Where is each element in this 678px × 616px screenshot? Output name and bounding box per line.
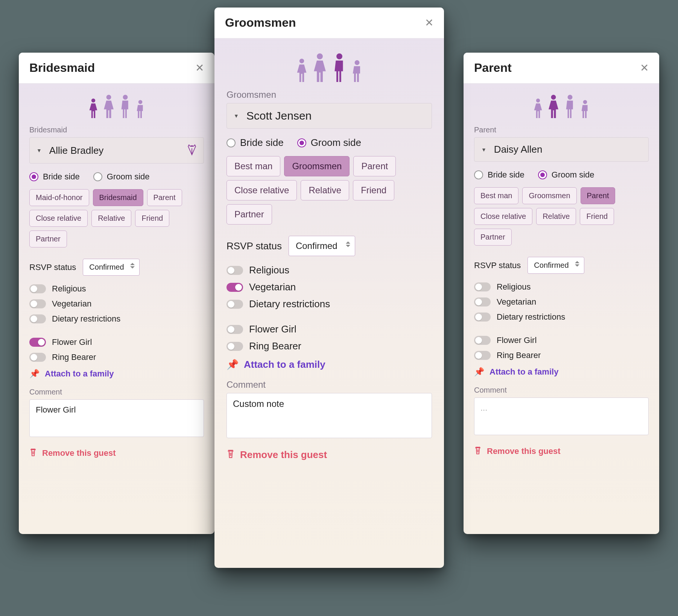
role-chip[interactable]: Close relative xyxy=(474,208,532,225)
rsvp-row: RSVP status Confirmed xyxy=(227,236,432,256)
dietary-toggle-row: Dietary restrictions xyxy=(29,314,204,324)
role-chip[interactable]: Best man xyxy=(227,156,280,176)
role-chip[interactable]: Partner xyxy=(227,204,272,225)
flower-girl-toggle[interactable] xyxy=(474,336,491,345)
boy-icon[interactable] xyxy=(135,100,145,118)
boy-icon[interactable] xyxy=(351,60,363,82)
comment-input[interactable]: Flower Girl xyxy=(29,399,204,437)
attach-family-link[interactable]: 📌 Attach to a family xyxy=(29,369,204,379)
role-chip[interactable]: Maid-of-honor xyxy=(29,189,89,206)
pin-icon: 📌 xyxy=(474,367,484,377)
card-title: Parent xyxy=(474,61,512,75)
person-type-selector xyxy=(474,95,649,118)
close-icon[interactable]: ✕ xyxy=(195,62,204,74)
woman-icon[interactable] xyxy=(102,95,115,118)
comment-input[interactable]: ... xyxy=(474,398,649,435)
guest-name-select[interactable]: ▼ Scott Jensen xyxy=(227,103,432,129)
role-chip[interactable]: Parent xyxy=(581,187,616,204)
dietary-toggle[interactable] xyxy=(29,314,46,323)
chevron-down-icon: ▼ xyxy=(481,147,486,153)
ring-bearer-toggle[interactable] xyxy=(227,342,243,351)
religious-toggle[interactable] xyxy=(227,266,243,275)
bouquet-icon xyxy=(187,144,197,157)
ring-bearer-toggle[interactable] xyxy=(29,353,46,362)
bride-side-radio[interactable]: Bride side xyxy=(474,170,524,180)
attach-family-link[interactable]: 📌 Attach to a family xyxy=(474,367,649,377)
vegetarian-toggle[interactable] xyxy=(29,299,46,308)
rsvp-select[interactable]: Confirmed xyxy=(528,257,584,274)
side-radio-group: Bride side Groom side xyxy=(29,172,204,182)
bride-side-radio[interactable]: Bride side xyxy=(227,137,284,149)
man-icon[interactable] xyxy=(564,95,576,118)
rsvp-label: RSVP status xyxy=(227,240,282,252)
role-chip[interactable]: Friend xyxy=(135,210,169,227)
pin-icon: 📌 xyxy=(29,369,40,379)
chevron-down-icon: ▼ xyxy=(234,113,239,119)
role-chip[interactable]: Bridesmaid xyxy=(93,189,143,206)
man-icon[interactable] xyxy=(331,53,347,82)
role-chip-group: Best man Groomsmen Parent Close relative… xyxy=(227,156,432,225)
role-chip[interactable]: Parent xyxy=(147,189,182,206)
woman-icon[interactable] xyxy=(312,53,328,82)
guest-name-select[interactable]: ▼ Daisy Allen xyxy=(474,137,649,162)
role-chip[interactable]: Best man xyxy=(474,187,518,204)
man-icon[interactable] xyxy=(119,95,132,118)
role-chip[interactable]: Friend xyxy=(353,180,394,200)
role-chip[interactable]: Relative xyxy=(301,180,349,200)
role-chip[interactable]: Relative xyxy=(91,210,131,227)
close-icon[interactable]: ✕ xyxy=(640,62,649,74)
girl-icon[interactable] xyxy=(295,59,308,82)
religious-toggle-row: Religious xyxy=(29,284,204,294)
attach-family-link[interactable]: 📌 Attach to a family xyxy=(227,359,432,370)
groom-side-radio[interactable]: Groom side xyxy=(538,170,594,180)
role-chip[interactable]: Partner xyxy=(29,231,67,247)
trash-icon xyxy=(474,446,482,457)
vegetarian-toggle-row: Vegetarian xyxy=(29,299,204,309)
role-chip[interactable]: Partner xyxy=(474,229,512,246)
ring-bearer-toggle-row: Ring Bearer xyxy=(227,340,432,352)
girl-icon[interactable] xyxy=(88,99,99,118)
chevron-down-icon: ▼ xyxy=(36,147,42,153)
role-chip[interactable]: Close relative xyxy=(227,180,297,200)
role-chip[interactable]: Relative xyxy=(536,208,576,225)
rsvp-row: RSVP status Confirmed xyxy=(29,259,204,276)
religious-toggle[interactable] xyxy=(474,282,491,291)
dietary-toggle[interactable] xyxy=(227,300,243,309)
religious-toggle-row: Religious xyxy=(227,264,432,276)
card-header: Parent ✕ xyxy=(464,53,659,83)
rsvp-select[interactable]: Confirmed xyxy=(83,259,139,276)
remove-guest-button[interactable]: Remove this guest xyxy=(474,446,649,457)
girl-icon[interactable] xyxy=(533,99,543,118)
groom-side-radio[interactable]: Groom side xyxy=(297,137,361,149)
ring-bearer-toggle[interactable] xyxy=(474,351,491,360)
close-icon[interactable]: ✕ xyxy=(425,17,433,29)
rsvp-label: RSVP status xyxy=(29,262,76,272)
person-type-selector xyxy=(29,95,204,118)
guest-name-select[interactable]: ▼ Allie Bradley xyxy=(29,137,204,164)
remove-guest-button[interactable]: Remove this guest xyxy=(29,448,204,459)
role-chip[interactable]: Close relative xyxy=(29,210,88,227)
rsvp-select[interactable]: Confirmed xyxy=(289,236,355,256)
comment-input[interactable]: Custom note xyxy=(227,393,432,438)
religious-toggle[interactable] xyxy=(29,284,46,293)
card-body: Bridesmaid ▼ Allie Bradley Bride side Gr… xyxy=(19,83,214,466)
card-title: Groomsmen xyxy=(225,16,296,30)
role-chip[interactable]: Friend xyxy=(580,208,614,225)
bride-side-radio[interactable]: Bride side xyxy=(29,172,80,182)
boy-icon[interactable] xyxy=(580,100,590,118)
role-chip[interactable]: Groomsmen xyxy=(284,156,350,176)
side-radio-group: Bride side Groom side xyxy=(474,170,649,180)
dietary-toggle[interactable] xyxy=(474,313,491,322)
trash-icon xyxy=(227,449,235,461)
role-chip[interactable]: Groomsmen xyxy=(522,187,576,204)
remove-guest-button[interactable]: Remove this guest xyxy=(227,449,432,461)
woman-icon[interactable] xyxy=(547,95,560,118)
vegetarian-toggle[interactable] xyxy=(227,283,243,292)
person-type-selector xyxy=(227,53,432,82)
groom-side-radio[interactable]: Groom side xyxy=(93,172,150,182)
guest-card-parent: Parent ✕ Parent ▼ Daisy Allen Bride side… xyxy=(464,53,659,534)
vegetarian-toggle[interactable] xyxy=(474,297,491,306)
flower-girl-toggle[interactable] xyxy=(227,325,243,334)
flower-girl-toggle[interactable] xyxy=(29,338,46,347)
role-chip[interactable]: Parent xyxy=(353,156,396,176)
